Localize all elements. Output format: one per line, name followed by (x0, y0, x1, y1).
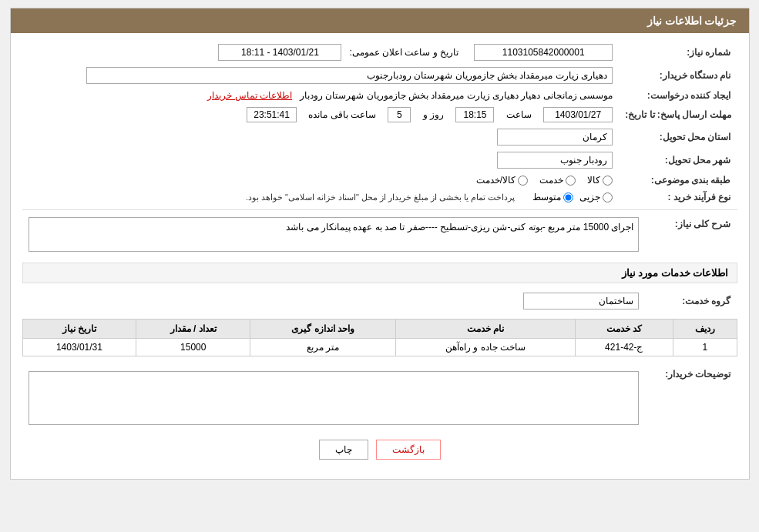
description-label: شرح کلی نیاز: (645, 214, 737, 255)
col-row-num: ردیف (673, 320, 737, 339)
contact-info-link[interactable]: اطلاعات تماس خریدار (207, 90, 292, 101)
buyer-name-display: دهیاری زیارت میرمقداد بخش جازموریان شهرس… (86, 67, 613, 84)
category-label: طبقه بندی موضوعی: (619, 172, 737, 189)
buyer-name-label: نام دستگاه خریدار: (619, 64, 737, 87)
city-row: شهر محل تحویل: رودبار جنوب (22, 149, 737, 172)
purchase-jozii-radio[interactable] (603, 192, 613, 202)
cell-unit: متر مربع (250, 339, 396, 356)
description-display: اجرای 15000 متر مربع -بوته کنی-شن ریزی-ت… (29, 217, 639, 252)
cell-service_name: ساخت جاده و راه‌آهن (396, 339, 575, 356)
service-group-table: گروه خدمت: ساختمان (22, 289, 737, 313)
service-group-row: گروه خدمت: ساختمان (22, 289, 737, 313)
buyer-name-value: دهیاری زیارت میرمقداد بخش جازموریان شهرس… (22, 64, 620, 87)
divider-1 (22, 209, 737, 210)
purchase-note: پرداخت تمام یا بخشی از مبلغ خریدار از مح… (246, 192, 516, 202)
table-row: 1ج-42-421ساخت جاده و راه‌آهنمتر مربع1500… (22, 339, 737, 356)
city-display: رودبار جنوب (497, 152, 613, 169)
deadline-label: مهلت ارسال پاسخ: تا تاریخ: (619, 104, 737, 125)
countdown-row: 1403/01/27 ساعت 18:15 روز و 5 ساعت باقی … (29, 107, 613, 122)
category-value: کالا خدمت کالا/خدمت (22, 172, 620, 189)
service-group-display: ساختمان (523, 293, 639, 309)
category-kala-khedmat-option: کالا/خدمت (476, 175, 528, 186)
category-kala-option: کالا (587, 175, 613, 186)
description-table: شرح کلی نیاز: اجرای 15000 متر مربع -بوته… (22, 214, 737, 255)
category-khedmat-label: خدمت (539, 175, 563, 186)
services-table-body: 1ج-42-421ساخت جاده و راه‌آهنمتر مربع1500… (22, 339, 737, 356)
service-group-value: ساختمان (22, 289, 645, 313)
response-days-display: 5 (388, 107, 411, 122)
services-section-title: اطلاعات خدمات مورد نیاز (22, 263, 737, 283)
purchase-motovaset-radio[interactable] (563, 192, 573, 202)
col-unit: واحد اندازه گیری (250, 320, 396, 339)
city-label: شهر محل تحویل: (619, 149, 737, 172)
creator-label: ایجاد کننده درخواست: (619, 87, 737, 104)
purchase-jozii-option: جزیی (579, 192, 613, 202)
deadline-value: 1403/01/27 ساعت 18:15 روز و 5 ساعت باقی … (22, 104, 620, 125)
category-kala-khedmat-label: کالا/خدمت (476, 175, 516, 186)
need-number-label: شماره نیاز: (619, 41, 737, 64)
category-row: طبقه بندی موضوعی: کالا خدمت (22, 172, 737, 189)
announcement-date-display: 1403/01/21 - 18:11 (218, 44, 341, 61)
buyer-name-row: نام دستگاه خریدار: دهیاری زیارت میرمقداد… (22, 64, 737, 87)
countdown-display: 23:51:41 (247, 107, 297, 122)
province-row: استان محل تحویل: کرمان (22, 125, 737, 149)
deadline-row: مهلت ارسال پاسخ: تا تاریخ: 1403/01/27 سا… (22, 104, 737, 125)
col-quantity: تعداد / مقدار (136, 320, 250, 339)
bottom-buttons: بازگشت چاپ (22, 428, 737, 471)
service-group-label: گروه خدمت: (645, 289, 737, 313)
creator-text: موسسی زمانجانی دهیار دهیاری زیارت میرمقد… (300, 90, 613, 101)
purchase-type-value: جزیی متوسط پرداخت تمام یا بخشی از مبلغ خ… (22, 189, 620, 206)
purchase-motovaset-label: متوسط (532, 192, 561, 202)
category-kala-radio[interactable] (603, 176, 613, 186)
buyer-notes-value (22, 364, 645, 428)
need-number-row: شماره نیاز: 1103105842000001 تاریخ و ساع… (22, 41, 737, 64)
purchase-type-row: نوع فرآیند خرید : جزیی متوسط پرداخت تمام… (22, 189, 737, 206)
cell-need_date: 1403/01/31 (22, 339, 136, 356)
buyer-notes-row: توضیحات خریدار: (22, 364, 737, 428)
content-area: شماره نیاز: 1103105842000001 تاریخ و ساع… (11, 33, 749, 479)
buyer-notes-label: توضیحات خریدار: (645, 364, 737, 428)
city-value: رودبار جنوب (22, 149, 620, 172)
print-button[interactable]: چاپ (319, 440, 368, 460)
buyer-notes-table: توضیحات خریدار: (22, 364, 737, 428)
need-number-display: 1103105842000001 (474, 44, 613, 61)
buyer-notes-display (29, 371, 639, 425)
col-service-code: کد خدمت (575, 320, 673, 339)
cell-service_code: ج-42-421 (575, 339, 673, 356)
page-title: جزئیات اطلاعات نیاز (647, 15, 737, 27)
page-container: جزئیات اطلاعات نیاز شماره نیاز: 11031058… (10, 8, 750, 480)
response-date-display: 1403/01/27 (543, 107, 613, 122)
category-khedmat-option: خدمت (539, 175, 576, 186)
purchase-motovaset-option: متوسط (532, 192, 573, 202)
col-need-date: تاریخ نیاز (22, 320, 136, 339)
creator-row: ایجاد کننده درخواست: موسسی زمانجانی دهیا… (22, 87, 737, 104)
description-value: اجرای 15000 متر مربع -بوته کنی-شن ریزی-ت… (22, 214, 645, 255)
category-khedmat-radio[interactable] (566, 176, 576, 186)
back-button[interactable]: بازگشت (376, 440, 441, 460)
response-time-display: 18:15 (455, 107, 494, 122)
category-radio-group: کالا خدمت کالا/خدمت (29, 175, 613, 186)
category-kala-khedmat-radio[interactable] (518, 176, 528, 186)
response-time-label: ساعت (506, 109, 532, 120)
province-value: کرمان (22, 125, 620, 149)
services-header-row: ردیف کد خدمت نام خدمت واحد اندازه گیری ت… (22, 320, 737, 339)
province-label: استان محل تحویل: (619, 125, 737, 149)
category-kala-label: کالا (587, 175, 600, 186)
cell-row_num: 1 (673, 339, 737, 356)
need-number-value: 1103105842000001 تاریخ و ساعت اعلان عموم… (22, 41, 620, 64)
services-table: ردیف کد خدمت نام خدمت واحد اندازه گیری ت… (22, 319, 737, 356)
info-table: شماره نیاز: 1103105842000001 تاریخ و ساع… (22, 41, 737, 206)
description-row: شرح کلی نیاز: اجرای 15000 متر مربع -بوته… (22, 214, 737, 255)
cell-quantity: 15000 (136, 339, 250, 356)
col-service-name: نام خدمت (396, 320, 575, 339)
purchase-type-label: نوع فرآیند خرید : (619, 189, 737, 206)
creator-value: موسسی زمانجانی دهیار دهیاری زیارت میرمقد… (22, 87, 620, 104)
announcement-date-label: تاریخ و ساعت اعلان عمومی: (349, 47, 458, 58)
description-text: اجرای 15000 متر مربع -بوته کنی-شن ریزی-ت… (286, 222, 633, 233)
purchase-type-group: جزیی متوسط پرداخت تمام یا بخشی از مبلغ خ… (29, 192, 613, 202)
countdown-label: ساعت باقی مانده (308, 109, 376, 120)
page-header: جزئیات اطلاعات نیاز (11, 8, 749, 33)
province-display: کرمان (497, 129, 613, 146)
services-table-header: ردیف کد خدمت نام خدمت واحد اندازه گیری ت… (22, 320, 737, 339)
response-days-label: روز و (423, 109, 444, 120)
